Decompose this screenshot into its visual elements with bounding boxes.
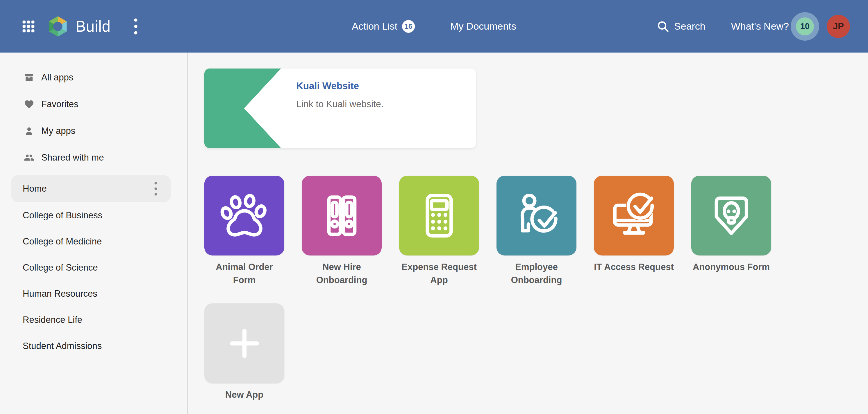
app-tile-label: New App bbox=[204, 388, 284, 401]
kuali-hexagon-logo-icon[interactable] bbox=[48, 15, 68, 37]
app-tile-grid: Animal Order FormNew Hire OnboardingExpe… bbox=[204, 176, 786, 414]
action-list-link[interactable]: Action List 16 bbox=[352, 20, 415, 33]
action-list-label: Action List bbox=[352, 21, 397, 32]
paw-icon bbox=[219, 190, 270, 242]
sidebar-item-human-resources[interactable]: Human Resources bbox=[0, 281, 187, 307]
link-card-kuali-website[interactable]: Kuali Website Link to Kuali website. bbox=[204, 69, 476, 148]
navbar-overflow-menu-icon[interactable] bbox=[134, 18, 138, 35]
app-tile-label: New Hire Onboarding bbox=[302, 261, 382, 286]
my-documents-label: My Documents bbox=[450, 21, 516, 32]
sidebar-item-all-apps[interactable]: All apps bbox=[0, 64, 187, 91]
shield-skull-icon bbox=[706, 190, 757, 242]
heart-icon bbox=[24, 99, 34, 109]
sidebar-item-label: Home bbox=[23, 183, 47, 194]
whats-new-count: 10 bbox=[796, 18, 814, 35]
sidebar-item-label: College of Business bbox=[23, 210, 102, 221]
calculator-icon bbox=[413, 190, 465, 242]
sidebar: All appsFavoritesMy appsShared with meHo… bbox=[0, 53, 188, 414]
sidebar-item-label: Shared with me bbox=[41, 152, 104, 163]
binders-icon bbox=[316, 190, 368, 242]
search-label: Search bbox=[674, 21, 706, 32]
plus-icon bbox=[219, 318, 270, 369]
link-card-description: Link to Kuali website. bbox=[296, 99, 384, 109]
app-tile-employee-onboarding[interactable]: Employee Onboarding bbox=[496, 176, 577, 303]
sidebar-item-label: College of Medicine bbox=[23, 236, 102, 247]
kuali-build-home-page: { "navbar": { "brand": "Build", "action_… bbox=[0, 0, 868, 414]
sidebar-item-my-apps[interactable]: My apps bbox=[0, 117, 187, 144]
person-check-icon bbox=[511, 190, 562, 242]
navbar-center-group: Action List 16 My Documents bbox=[352, 0, 516, 53]
app-tile-icon-box[interactable] bbox=[302, 176, 382, 255]
item-menu-icon[interactable] bbox=[154, 181, 158, 196]
sidebar-item-college-of-business[interactable]: College of Business bbox=[0, 202, 187, 229]
whats-new-badge[interactable]: 10 bbox=[791, 12, 819, 41]
sidebar-item-label: My apps bbox=[41, 126, 75, 136]
sidebar-item-college-of-science[interactable]: College of Science bbox=[0, 254, 187, 281]
sidebar-item-label: Student Admissions bbox=[23, 341, 102, 351]
archive-icon bbox=[24, 72, 34, 83]
app-switcher-grid-icon[interactable] bbox=[22, 20, 35, 33]
sidebar-item-residence-life[interactable]: Residence Life bbox=[0, 307, 187, 333]
app-tile-icon-box[interactable] bbox=[496, 176, 577, 255]
user-avatar[interactable]: JP bbox=[827, 15, 850, 38]
sidebar-item-college-of-medicine[interactable]: College of Medicine bbox=[0, 229, 187, 254]
navbar-right-group: Search What's New? 10 JP bbox=[657, 0, 850, 53]
sidebar-item-label: Human Resources bbox=[23, 288, 97, 299]
app-tile-label: Anonymous Form bbox=[691, 261, 771, 274]
app-tile-new-hire-onboarding[interactable]: New Hire Onboarding bbox=[302, 176, 382, 303]
sidebar-item-home[interactable]: Home bbox=[11, 175, 171, 202]
search-button[interactable]: Search bbox=[657, 20, 706, 33]
app-tile-icon-box[interactable] bbox=[399, 176, 479, 255]
app-tile-anonymous-form[interactable]: Anonymous Form bbox=[691, 176, 771, 303]
link-card-title: Kuali Website bbox=[296, 80, 359, 92]
sidebar-item-student-admissions[interactable]: Student Admissions bbox=[0, 333, 187, 359]
app-tile-icon-box[interactable] bbox=[691, 176, 771, 255]
action-list-count-badge: 16 bbox=[402, 20, 415, 33]
monitor-check-icon bbox=[608, 190, 660, 242]
sidebar-item-label: College of Science bbox=[23, 263, 98, 273]
app-tile-animal-order-form[interactable]: Animal Order Form bbox=[204, 176, 284, 303]
top-navbar: Build Action List 16 My Documents Search… bbox=[0, 0, 868, 53]
sidebar-nav: All appsFavoritesMy appsShared with meHo… bbox=[0, 64, 187, 359]
app-tile-label: Expense Request App bbox=[399, 261, 479, 286]
search-icon bbox=[657, 20, 670, 33]
sidebar-item-favorites[interactable]: Favorites bbox=[0, 91, 187, 117]
sidebar-item-label: Favorites bbox=[41, 99, 78, 109]
app-tile-label: Animal Order Form bbox=[204, 261, 284, 286]
people-icon bbox=[24, 152, 34, 163]
app-tile-it-access-request[interactable]: IT Access Request bbox=[594, 176, 674, 303]
app-tile-new-app[interactable]: New App bbox=[204, 303, 284, 414]
whats-new-link[interactable]: What's New? bbox=[731, 21, 789, 32]
app-tile-expense-request-app[interactable]: Expense Request App bbox=[399, 176, 479, 303]
new-app-tile[interactable] bbox=[204, 303, 284, 383]
navbar-left-group: Build bbox=[22, 0, 138, 53]
brand-title[interactable]: Build bbox=[75, 18, 111, 35]
sidebar-item-shared-with-me[interactable]: Shared with me bbox=[0, 144, 187, 171]
person-icon bbox=[24, 126, 34, 136]
my-documents-link[interactable]: My Documents bbox=[450, 21, 516, 32]
sidebar-item-label: Residence Life bbox=[23, 315, 82, 325]
app-tile-icon-box[interactable] bbox=[594, 176, 674, 255]
app-tile-label: Employee Onboarding bbox=[496, 261, 577, 286]
sidebar-item-label: All apps bbox=[41, 72, 73, 83]
app-tile-label: IT Access Request bbox=[594, 261, 674, 274]
app-tile-icon-box[interactable] bbox=[204, 176, 284, 255]
